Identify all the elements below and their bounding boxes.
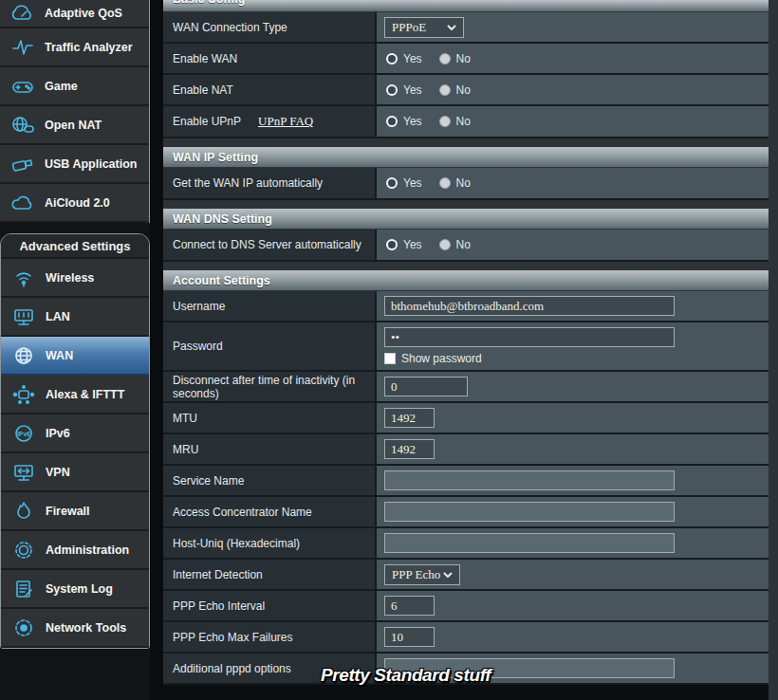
- sidebar-item-network-tools[interactable]: Network Tools: [1, 609, 149, 648]
- section-gap: [163, 262, 769, 270]
- row-ppp-echo-max-failures: PPP Echo Max Failures: [163, 622, 769, 654]
- row-enable-upnp: Enable UPnP UPnP FAQ Yes No: [163, 106, 769, 138]
- sidebar-item-open-nat[interactable]: Open NAT: [0, 106, 149, 145]
- row-access-concentrator-name: Access Concentrator Name: [163, 497, 769, 528]
- chevron-down-icon: [447, 25, 456, 30]
- row-get-wan-ip-automatically: Get the WAN IP automatically Yes No: [163, 168, 769, 200]
- sidebar-item-wireless[interactable]: Wireless: [1, 259, 149, 298]
- wan-connection-type-select[interactable]: PPPoE: [384, 17, 464, 38]
- row-password: Password Show password: [163, 322, 769, 372]
- enable-upnp-label: Enable UPnP: [173, 115, 241, 128]
- password-label: Password: [163, 322, 377, 370]
- section-header-wan-ip: WAN IP Setting: [163, 147, 769, 168]
- show-password-label: Show password: [401, 352, 482, 365]
- sidebar-item-wan[interactable]: WAN: [1, 337, 149, 376]
- lan-monitor-icon: [10, 306, 37, 327]
- row-enable-wan: Enable WAN Yes No: [163, 44, 769, 75]
- row-mtu: MTU: [163, 403, 769, 434]
- username-input[interactable]: [384, 296, 675, 316]
- mru-input[interactable]: [384, 439, 435, 459]
- internet-detection-label: Internet Detection: [163, 560, 377, 589]
- enable-nat-yes-radio[interactable]: [386, 84, 398, 96]
- get-wan-ip-yes-radio[interactable]: [386, 177, 398, 189]
- section-header-wan-dns: WAN DNS Setting: [163, 209, 769, 230]
- get-wan-ip-no-radio[interactable]: [439, 177, 451, 189]
- enable-wan-yes-radio[interactable]: [386, 53, 398, 64]
- ppp-echo-max-failures-input[interactable]: [384, 627, 435, 647]
- access-concentrator-input[interactable]: [384, 502, 675, 522]
- sidebar-advanced-panel: Advanced Settings Wireless LAN WAN: [0, 233, 150, 649]
- host-uniq-input[interactable]: [384, 533, 675, 553]
- sidebar-item-traffic-analyzer[interactable]: Traffic Analyzer: [0, 28, 149, 67]
- system-log-icon: [10, 579, 37, 599]
- sidebar-item-administration[interactable]: Administration: [1, 531, 149, 570]
- sidebar-item-lan[interactable]: LAN: [1, 298, 149, 337]
- host-uniq-label: Host-Uniq (Hexadecimal): [163, 528, 377, 558]
- sidebar-item-ipv6[interactable]: IPv6 IPv6: [1, 414, 149, 453]
- advanced-settings-header: Advanced Settings: [1, 234, 149, 259]
- waveform-icon: [9, 37, 36, 58]
- enable-upnp-yes-radio[interactable]: [386, 116, 398, 127]
- wan-settings-content: Basic Config WAN Connection Type PPPoE E…: [163, 0, 769, 700]
- connect-dns-radio-group: Yes No: [386, 238, 472, 251]
- ppp-echo-max-failures-label: PPP Echo Max Failures: [163, 622, 377, 652]
- row-ppp-echo-interval: PPP Echo Interval: [163, 591, 769, 622]
- sidebar-item-aicloud[interactable]: AiCloud 2.0: [0, 184, 149, 223]
- row-connect-dns-automatically: Connect to DNS Server automatically Yes …: [163, 230, 769, 262]
- get-wan-ip-label: Get the WAN IP automatically: [163, 168, 377, 198]
- mtu-input[interactable]: [384, 408, 435, 428]
- disconnect-inactivity-label: Disconnect after time of inactivity (in …: [163, 372, 377, 401]
- enable-wan-label: Enable WAN: [163, 44, 377, 73]
- svg-text:IPv6: IPv6: [17, 430, 30, 436]
- row-wan-connection-type: WAN Connection Type PPPoE: [163, 12, 769, 44]
- sidebar-item-firewall[interactable]: Firewall: [1, 492, 149, 531]
- section-header-account-settings: Account Settings: [163, 270, 769, 291]
- connect-dns-no-radio[interactable]: [439, 239, 451, 250]
- row-username: Username: [163, 291, 769, 322]
- username-label: Username: [163, 291, 377, 321]
- wifi-icon: [10, 267, 37, 288]
- internet-detection-select[interactable]: PPP Echo: [384, 564, 460, 585]
- bottom-strip: [163, 685, 769, 700]
- connect-dns-label: Connect to DNS Server automatically: [163, 230, 377, 260]
- ppp-echo-interval-input[interactable]: [384, 596, 435, 616]
- sidebar-item-usb-application[interactable]: USB Application: [0, 145, 149, 184]
- row-disconnect-inactivity: Disconnect after time of inactivity (in …: [163, 372, 769, 403]
- sidebar-item-system-log[interactable]: System Log: [1, 570, 149, 609]
- row-service-name: Service Name: [163, 466, 769, 497]
- service-name-input[interactable]: [384, 470, 675, 490]
- get-wan-ip-radio-group: Yes No: [386, 176, 472, 190]
- router-admin-page: Adaptive QoS Traffic Analyzer Game Open …: [0, 0, 778, 700]
- enable-nat-label: Enable NAT: [163, 75, 377, 104]
- connect-dns-yes-radio[interactable]: [386, 239, 398, 250]
- enable-upnp-no-radio[interactable]: [439, 116, 451, 127]
- mtu-label: MTU: [163, 403, 377, 433]
- usb-icon: [9, 155, 36, 174]
- network-tools-gear-icon: [10, 617, 37, 638]
- sidebar-top-group: Adaptive QoS Traffic Analyzer Game Open …: [0, 0, 150, 223]
- alexa-ifttt-icon: [10, 384, 37, 405]
- password-input[interactable]: [384, 327, 675, 347]
- section-gap: [163, 200, 769, 209]
- upnp-faq-link[interactable]: UPnP FAQ: [258, 114, 313, 129]
- chevron-down-icon: [443, 572, 453, 578]
- sidebar-item-alexa-ifttt[interactable]: Alexa & IFTTT: [1, 376, 149, 414]
- sidebar-item-game[interactable]: Game: [0, 67, 149, 106]
- enable-wan-no-radio[interactable]: [439, 53, 451, 64]
- flame-icon: [10, 501, 37, 522]
- show-password-checkbox[interactable]: [384, 353, 396, 364]
- wan-connection-type-label: WAN Connection Type: [163, 12, 377, 42]
- ipv6-globe-icon: IPv6: [10, 423, 37, 444]
- enable-nat-no-radio[interactable]: [439, 84, 451, 96]
- sidebar-item-adaptive-qos[interactable]: Adaptive QoS: [0, 0, 149, 28]
- section-gap: [163, 138, 769, 147]
- globe-gamepad-icon: [9, 115, 36, 136]
- section-header-basic-config: Basic Config: [163, 0, 769, 12]
- disconnect-inactivity-input[interactable]: [384, 377, 468, 396]
- enable-upnp-radio-group: Yes No: [386, 115, 472, 128]
- sidebar-item-vpn[interactable]: VPN: [1, 453, 149, 492]
- access-concentrator-label: Access Concentrator Name: [163, 497, 377, 526]
- service-name-label: Service Name: [163, 466, 377, 495]
- gamepad-icon: [9, 77, 36, 96]
- vpn-monitor-icon: [10, 462, 37, 483]
